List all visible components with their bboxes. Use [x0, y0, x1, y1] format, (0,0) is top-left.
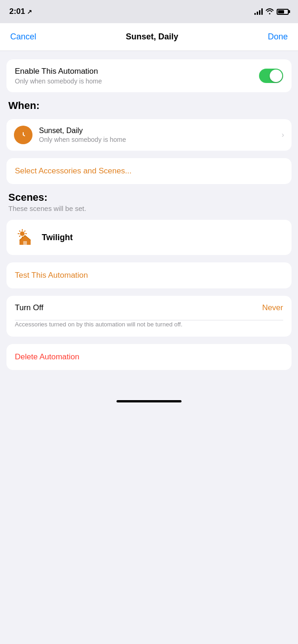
home-bar — [117, 400, 181, 402]
twilight-card: Twilight — [6, 220, 292, 255]
enable-text-group: Enable This Automation Only when somebod… — [15, 67, 102, 85]
turn-off-value: Never — [262, 303, 283, 312]
test-automation-card[interactable]: Test This Automation — [6, 262, 292, 288]
delete-automation-button[interactable]: Delete Automation — [6, 344, 292, 370]
when-title: Sunset, Daily — [39, 127, 275, 135]
delete-automation-card[interactable]: Delete Automation — [6, 344, 292, 370]
svg-line-9 — [19, 236, 20, 236]
nav-bar: Cancel Sunset, Daily Done — [0, 23, 298, 51]
twilight-icon — [15, 227, 35, 248]
svg-line-8 — [25, 231, 25, 231]
wifi-icon — [266, 8, 274, 16]
enable-automation-row: Enable This Automation Only when somebod… — [6, 59, 292, 92]
main-content: Enable This Automation Only when somebod… — [0, 51, 298, 378]
when-header: When: — [6, 100, 292, 112]
svg-rect-10 — [23, 241, 27, 245]
test-automation-label: Test This Automation — [15, 271, 88, 280]
toggle-knob — [270, 70, 282, 82]
twilight-label: Twilight — [42, 233, 73, 242]
test-automation-button[interactable]: Test This Automation — [6, 262, 292, 288]
when-text-group: Sunset, Daily Only when somebody is home — [39, 127, 275, 143]
enable-label: Enable This Automation — [15, 67, 102, 76]
cancel-button[interactable]: Cancel — [8, 28, 38, 45]
status-icons — [254, 8, 289, 16]
chevron-right-icon: › — [282, 131, 284, 139]
when-card[interactable]: Sunset, Daily Only when somebody is home… — [6, 119, 292, 151]
scenes-header: Scenes: — [6, 191, 292, 204]
select-accessories-card[interactable]: Select Accessories and Scenes... — [6, 158, 292, 184]
when-subtitle: Only when somebody is home — [39, 136, 275, 143]
status-bar: 2:01 ↗ — [0, 0, 298, 23]
when-row[interactable]: Sunset, Daily Only when somebody is home… — [6, 119, 292, 151]
enable-toggle[interactable] — [259, 69, 283, 83]
svg-point-1 — [20, 231, 25, 236]
sunset-clock-icon — [14, 126, 32, 144]
turn-off-row[interactable]: Turn Off Never — [6, 296, 292, 320]
select-accessories-button[interactable]: Select Accessories and Scenes... — [6, 158, 292, 184]
done-button[interactable]: Done — [266, 28, 290, 45]
battery-icon — [277, 9, 289, 15]
scenes-subheader: These scenes will be set. — [6, 204, 292, 212]
enable-sublabel: Only when somebody is home — [15, 77, 102, 85]
turn-off-description: Accessories turned on by this automation… — [6, 320, 292, 337]
signal-icon — [254, 8, 263, 15]
status-time: 2:01 ↗ — [9, 7, 32, 16]
location-arrow-icon: ↗ — [27, 8, 32, 15]
scenes-section: Scenes: These scenes will be set. — [6, 191, 292, 212]
select-accessories-label: Select Accessories and Scenes... — [15, 166, 131, 175]
turn-off-label: Turn Off — [15, 303, 43, 312]
twilight-row: Twilight — [6, 220, 292, 255]
turn-off-card: Turn Off Never Accessories turned on by … — [6, 296, 292, 337]
svg-line-6 — [19, 231, 20, 231]
home-indicator — [0, 392, 298, 411]
page-title: Sunset, Daily — [126, 32, 178, 42]
enable-automation-card: Enable This Automation Only when somebod… — [6, 59, 292, 92]
delete-automation-label: Delete Automation — [15, 352, 79, 361]
when-section: When: — [6, 100, 292, 112]
